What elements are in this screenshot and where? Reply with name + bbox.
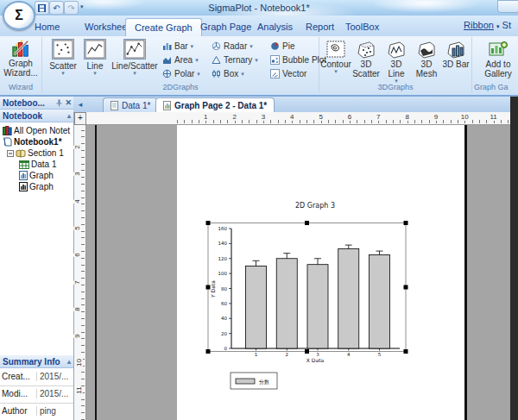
box-plot-icon (212, 69, 221, 78)
graph-wizard-label: Graph Wizard... (2, 59, 40, 78)
horizontal-ruler[interactable]: 123456789101112 (86, 112, 510, 125)
line-scatter-button[interactable]: Line/Scatter ▾ (110, 39, 160, 76)
ruler-number: 5 (318, 113, 323, 121)
3d-mesh-icon (416, 40, 437, 59)
close-icon[interactable]: ✕ (65, 97, 72, 110)
add-to-gallery-icon (488, 40, 509, 59)
add-to-gallery-button[interactable]: Add to Gallery (476, 40, 518, 78)
bar[interactable] (246, 266, 267, 348)
selection-handle[interactable] (206, 349, 211, 354)
selection-handle[interactable] (206, 221, 211, 225)
vertical-ruler[interactable]: 234567891011 (74, 125, 86, 420)
summary-value: 2015/... (36, 389, 73, 398)
qat-customize-button[interactable]: ▾ (80, 3, 84, 10)
x-tick-label: 2 (286, 352, 289, 357)
polar-chart-icon (162, 69, 172, 78)
radar-button[interactable]: Radar▾ (212, 41, 258, 52)
ternary-button[interactable]: Ternary▾ (212, 54, 258, 66)
selection-handle[interactable] (404, 285, 408, 290)
summary-row-created[interactable]: Creat... 2015/... (0, 368, 73, 386)
sigma-logo-icon: Σ (15, 8, 23, 23)
bar[interactable] (338, 248, 359, 348)
summary-info-header[interactable]: Summary Info ▴ (0, 355, 73, 368)
3d-bar-icon (445, 40, 466, 59)
summary-row-author[interactable]: Author ping (0, 403, 73, 420)
x-tick-label: 5 (378, 352, 382, 357)
legend-swatch (236, 379, 255, 384)
window-control-partial[interactable] (497, 0, 518, 13)
ruler-origin-button[interactable]: + (74, 112, 86, 125)
2d-small-col2: Radar▾ Ternary▾ Box▾ (212, 41, 258, 79)
bar[interactable] (276, 259, 297, 348)
application-menu-button[interactable]: Σ (3, 1, 35, 30)
polar-button[interactable]: Polar▾ (162, 68, 200, 79)
3d-bar-button[interactable]: 3D Bar (442, 40, 470, 69)
ruler-number: 10 (460, 113, 470, 121)
chevron-down-icon: ▾ (195, 58, 199, 63)
chart-title[interactable]: 2D Graph 3 (295, 202, 335, 210)
bar-button[interactable]: Bar▾ (162, 41, 200, 52)
doc-tab-data1[interactable]: Data 1* (103, 97, 158, 113)
area-button[interactable]: Area▾ (162, 54, 200, 66)
graph-page[interactable]: 2D Graph 302040608010012014016012345Y Da… (177, 125, 464, 420)
bar[interactable] (307, 265, 328, 348)
bar-label: Bar (174, 41, 188, 51)
selection-handle[interactable] (305, 221, 309, 225)
y-tick-label: 20 (221, 331, 227, 336)
pie-button[interactable]: Pie (270, 41, 326, 52)
collapse-icon[interactable]: ▴ (67, 355, 71, 368)
pie-label: Pie (282, 41, 294, 51)
pin-icon[interactable] (56, 99, 62, 107)
tree-item-all-open-notebooks[interactable]: All Open Notet (3, 125, 76, 136)
ribbon-style-menu[interactable]: Ribbon ▾ St (464, 20, 511, 30)
notebook-section-header[interactable]: Notebook ▴ (0, 110, 73, 122)
redo-button[interactable]: ↷ (64, 1, 79, 15)
vector-button[interactable]: Vector (270, 68, 326, 79)
3d-scatter-label: 3D Scatter (351, 60, 381, 78)
tab-toolbox[interactable]: ToolBox (337, 18, 388, 36)
bubble-plot-button[interactable]: Bubble Plot (270, 54, 326, 66)
3d-line-button[interactable]: 3D Line ▾ (382, 40, 411, 84)
tab-create-graph[interactable]: Create Graph (125, 18, 202, 37)
line-button[interactable]: Line ▾ (82, 39, 108, 76)
undo-button[interactable]: ↶ (49, 1, 64, 15)
doc-tab-graph-page2[interactable]: Graph Page 2 - Data 1* (155, 97, 275, 113)
window-left-edge (95, 125, 97, 420)
scatter-button[interactable]: Scatter ▾ (46, 39, 80, 76)
selection-handle[interactable] (404, 221, 408, 225)
collapse-icon[interactable]: ▴ (67, 110, 71, 122)
3d-scatter-icon (356, 40, 376, 59)
contour-button[interactable]: Contour ▾ (321, 40, 351, 74)
3d-mesh-button[interactable]: 3D Mesh (412, 40, 441, 78)
graph-page-workspace[interactable]: 2D Graph 302040608010012014016012345Y Da… (86, 125, 510, 420)
bar-chart[interactable]: 2D Graph 302040608010012014016012345Y Da… (177, 125, 464, 420)
save-button[interactable] (35, 1, 49, 15)
y-tick-label: 140 (218, 241, 228, 246)
worksheet-icon (19, 160, 29, 169)
group-wizard: Graph Wizard... Wizard (0, 37, 42, 92)
3d-scatter-button[interactable]: 3D Scatter (351, 40, 381, 78)
group-label-3dgraphs: 3DGraphs (319, 83, 471, 91)
summary-key: Author (2, 406, 33, 416)
selection-handle[interactable] (404, 349, 408, 354)
tab-scroll-left-button[interactable]: ◂ (75, 99, 85, 110)
ruler-number: 5 (73, 226, 81, 229)
summary-row-modified[interactable]: Modi... 2015/... (0, 386, 73, 404)
ruler-number: 4 (289, 113, 294, 121)
panel-title-bar[interactable]: Noteboo... ✕ (0, 97, 73, 110)
bar[interactable] (370, 254, 390, 348)
tab-analysis[interactable]: Analysis (249, 18, 301, 36)
tree-item-section1[interactable]: Section 1 (7, 147, 80, 159)
y-axis-label[interactable]: Y Data (210, 280, 216, 298)
x-axis-label[interactable]: X Data (306, 357, 325, 363)
chevron-down-icon: ▾ (241, 72, 244, 77)
tree-item-notebook1[interactable]: Notebook1* (3, 136, 76, 147)
graph-wizard-button[interactable]: Graph Wizard... (2, 39, 40, 78)
pie-chart-icon (270, 41, 280, 51)
2d-small-col3: Pie Bubble Plot Vector (270, 41, 326, 79)
selection-handle[interactable] (305, 349, 309, 354)
box-button[interactable]: Box▾ (212, 68, 258, 79)
collapse-expander-icon[interactable] (7, 150, 14, 157)
2d-small-col1: Bar▾ Area▾ Polar▾ (162, 41, 200, 79)
tree-item-label: All Open Notet (14, 126, 70, 135)
